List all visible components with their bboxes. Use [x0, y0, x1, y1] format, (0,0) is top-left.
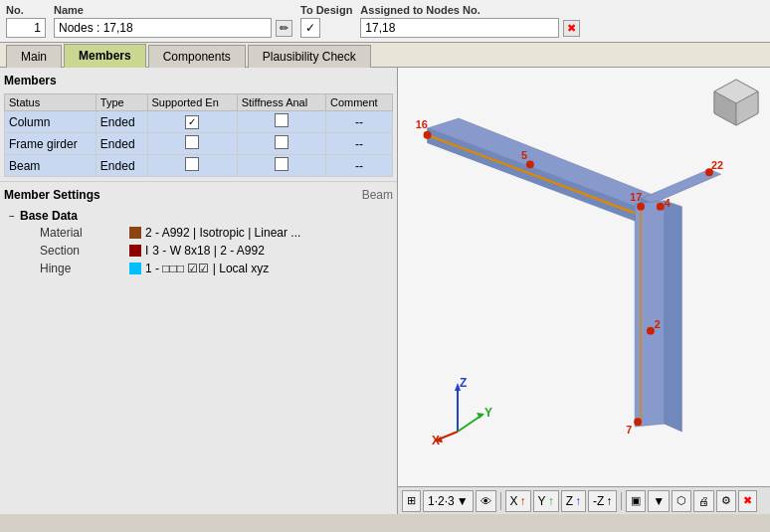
col-header-supported: Supported En: [147, 94, 237, 111]
tab-members[interactable]: Members: [64, 44, 146, 68]
cell-type: Ended: [96, 155, 147, 177]
material-key: Material: [40, 226, 129, 240]
edit-name-button[interactable]: ✏: [276, 20, 292, 37]
cell-comment-2: --: [325, 133, 392, 155]
svg-point-23: [647, 327, 655, 335]
no-input[interactable]: [6, 18, 46, 38]
stiffness-checkbox-2[interactable]: [275, 135, 289, 149]
name-input[interactable]: [54, 18, 272, 38]
tab-components[interactable]: Components: [148, 45, 246, 68]
svg-point-25: [634, 418, 642, 426]
cell-stiffness[interactable]: [237, 155, 325, 177]
hinge-key: Hinge: [40, 262, 129, 275]
main-content: Members Status Type Supported En Stiffne…: [0, 68, 770, 514]
cell-type: Ended: [96, 111, 147, 133]
to-design-label: To Design: [300, 4, 352, 16]
tabs-bar: Main Members Components Plausibility Che…: [0, 43, 770, 68]
left-panel: Members Status Type Supported En Stiffne…: [0, 68, 398, 514]
supported-checkbox-3[interactable]: [185, 157, 199, 171]
name-field-wrapper: ✏: [54, 18, 292, 38]
visibility-button[interactable]: 👁: [476, 490, 496, 512]
cell-status: Column: [5, 111, 96, 133]
cell-stiffness[interactable]: [237, 111, 325, 133]
cell-supported[interactable]: ✓: [147, 111, 237, 133]
tab-plausibility[interactable]: Plausibility Check: [248, 45, 371, 68]
members-section-title: Members: [4, 72, 393, 89]
assigned-group: Assigned to Nodes No. ✖: [360, 4, 764, 38]
table-row[interactable]: Frame girder Ended --: [5, 133, 393, 155]
section-row: Section I 3 - W 8x18 | 2 - A992: [24, 242, 393, 260]
supported-checkbox-2[interactable]: [185, 135, 199, 149]
svg-text:17: 17: [630, 191, 642, 203]
numbering-button[interactable]: 1·2·3 ▼: [423, 490, 474, 512]
svg-point-19: [657, 203, 665, 211]
svg-text:16: 16: [416, 118, 428, 130]
svg-point-17: [637, 203, 645, 211]
table-row[interactable]: Column Ended ✓ --: [5, 111, 393, 133]
to-design-checkbox[interactable]: ✓: [300, 18, 320, 38]
svg-marker-10: [635, 201, 665, 427]
clear-assigned-button[interactable]: ✖: [563, 20, 580, 37]
hinge-val: 1 - □□□ ☑☑ | Local xyz: [129, 262, 269, 275]
assigned-input[interactable]: [360, 18, 559, 38]
separator-1: [500, 492, 501, 510]
svg-text:5: 5: [521, 149, 527, 161]
x-label: X: [510, 494, 518, 508]
z-arrow: ↑: [575, 494, 581, 508]
extra-settings-button[interactable]: ⚙: [716, 490, 736, 512]
stiffness-checkbox-3[interactable]: [275, 157, 289, 171]
cell-stiffness[interactable]: [237, 133, 325, 155]
hinge-color-icon: [129, 263, 141, 274]
material-row: Material 2 - A992 | Isotropic | Linear .…: [24, 224, 393, 242]
close-button[interactable]: ✖: [738, 490, 757, 512]
stiffness-checkbox[interactable]: [275, 113, 289, 127]
z-axis-button[interactable]: Z ↑: [561, 490, 586, 512]
cube-navigator[interactable]: [710, 76, 762, 127]
minus-z-label: -Z: [593, 494, 604, 508]
svg-text:Y: Y: [484, 406, 492, 420]
svg-text:7: 7: [626, 424, 632, 436]
svg-text:22: 22: [711, 159, 723, 171]
base-data-sub: Material 2 - A992 | Isotropic | Linear .…: [24, 224, 393, 277]
view-select-button[interactable]: ⊞: [402, 490, 421, 512]
separator-2: [621, 492, 622, 510]
section-key: Section: [40, 244, 129, 258]
name-label: Name: [54, 4, 292, 16]
cube-nav-svg: [710, 76, 762, 127]
x-axis-button[interactable]: X ↑: [505, 490, 531, 512]
settings-title: Member Settings: [4, 188, 100, 202]
y-axis-button[interactable]: Y ↑: [533, 490, 559, 512]
minus-z-arrow: ↑: [606, 494, 612, 508]
cell-status: Frame girder: [5, 133, 96, 155]
no-label: No.: [6, 4, 46, 16]
num-label: 1·2·3: [428, 494, 455, 508]
assigned-label: Assigned to Nodes No.: [360, 4, 764, 16]
supported-checkbox[interactable]: ✓: [185, 115, 199, 129]
tab-main[interactable]: Main: [6, 45, 62, 68]
svg-line-30: [458, 415, 482, 432]
y-arrow: ↑: [548, 494, 554, 508]
cell-type: Ended: [96, 133, 147, 155]
to-design-group: To Design ✓: [300, 4, 352, 38]
base-data-expander[interactable]: −: [4, 211, 20, 222]
members-section: Members Status Type Supported En Stiffne…: [0, 68, 397, 182]
section-color-icon: [129, 245, 141, 257]
cube-button[interactable]: ⬡: [672, 490, 691, 512]
cell-status: Beam: [5, 155, 96, 177]
svg-point-15: [526, 160, 534, 168]
col-header-status: Status: [5, 94, 96, 111]
render-mode-button[interactable]: ▣: [626, 490, 646, 512]
y-label: Y: [538, 494, 546, 508]
viewport[interactable]: 16 5 17 4 22 2 7 Z: [398, 68, 770, 486]
print-button[interactable]: 🖨: [693, 490, 714, 512]
section-value-detail: 3 - W 8x18 | 2 - A992: [152, 244, 265, 258]
cell-supported[interactable]: [147, 133, 237, 155]
base-data-item[interactable]: − Base Data: [4, 208, 393, 224]
cell-supported[interactable]: [147, 155, 237, 177]
col-header-stiffness: Stiffness Anal: [237, 94, 325, 111]
z-label: Z: [566, 494, 573, 508]
table-row[interactable]: Beam Ended --: [5, 155, 393, 177]
wire-button[interactable]: ▼: [648, 490, 670, 512]
minus-z-button[interactable]: -Z ↑: [588, 490, 617, 512]
material-value-text: 2 - A992 | Isotropic | Linear ...: [145, 226, 300, 240]
